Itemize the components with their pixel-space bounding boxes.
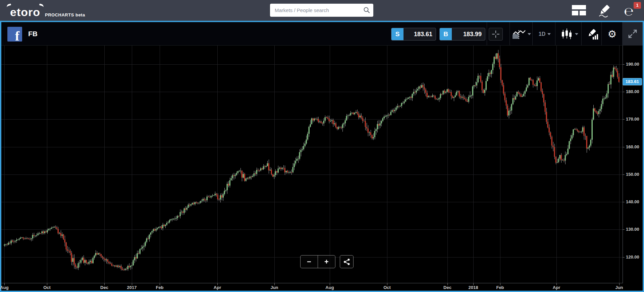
layout-grid-icon [572, 5, 586, 16]
date-tick-label: Apr [546, 285, 567, 290]
header-separator [509, 22, 510, 46]
share-icon [343, 258, 351, 266]
market-search-input[interactable] [275, 4, 359, 17]
zoom-controls: − + [300, 255, 335, 268]
chart-header: f FB S 183.61 B 183.99 [1, 22, 643, 46]
buy-price: 183.99 [452, 28, 485, 40]
sell-price: 183.61 [404, 28, 436, 40]
market-search [270, 4, 373, 17]
sell-label: S [391, 28, 404, 40]
price-tick-mark [623, 257, 625, 258]
chart-style-dropdown[interactable] [558, 28, 580, 41]
date-tick-label: Oct [37, 285, 57, 290]
etoro-logo[interactable]: etoro PROCHARTS beta [10, 3, 85, 19]
chart-compare-icon [513, 29, 526, 39]
price-tick-mark [623, 147, 625, 147]
price-tick-mark [623, 202, 625, 202]
draw-pencil-button[interactable] [597, 4, 613, 17]
price-tick-label: 170.00 [626, 117, 644, 122]
price-tick-mark [623, 119, 625, 120]
settings-button[interactable]: ⚙ [605, 28, 620, 41]
date-tick-label: Aug [0, 285, 14, 290]
search-icon [363, 7, 370, 13]
crosshair-button[interactable] [489, 28, 503, 41]
date-tick-label: Aug [320, 285, 340, 290]
chart-panel: f FB S 183.61 B 183.99 [0, 21, 644, 292]
top-navigation-bar: etoro PROCHARTS beta ℮ 1 [0, 0, 644, 21]
notification-badge[interactable]: 1 [634, 2, 641, 9]
header-separator [532, 22, 533, 46]
price-tick-label: 140.00 [626, 199, 644, 205]
candlestick-chart[interactable] [1, 46, 623, 283]
header-separator [581, 22, 582, 46]
price-tick-label: 180.00 [626, 89, 644, 94]
product-label: PROCHARTS beta [45, 12, 85, 19]
date-tick-label: Jun [609, 285, 629, 290]
price-tick-mark [623, 92, 625, 92]
layout-grid-button[interactable] [572, 4, 587, 17]
etoro-avatar-icon: ℮ [624, 5, 634, 18]
date-tick-label: 2018 [463, 285, 483, 290]
header-separator [601, 22, 602, 46]
date-tick-label: Feb [490, 285, 510, 290]
brush-icon [586, 29, 598, 40]
price-tick-label: 130.00 [626, 227, 644, 232]
price-tick-mark [623, 64, 625, 65]
symbol-label: FB [28, 22, 38, 46]
expand-icon [628, 29, 638, 39]
chevron-down-icon [528, 33, 531, 35]
expand-button[interactable] [622, 22, 643, 46]
price-tick-label: 160.00 [626, 144, 644, 150]
price-tick-mark [623, 174, 625, 175]
candlestick-icon [560, 28, 573, 40]
date-tick-label: Dec [94, 285, 114, 290]
date-tick-label: Dec [437, 285, 458, 290]
buy-button[interactable]: B 183.99 [439, 28, 485, 41]
pencil-icon [597, 4, 613, 17]
gear-icon: ⚙ [608, 29, 617, 39]
zoom-out-button[interactable]: − [301, 256, 318, 268]
interval-label: 1D [539, 31, 545, 37]
header-separator [487, 22, 487, 46]
interval-dropdown[interactable]: 1D [536, 28, 554, 41]
header-separator [555, 22, 555, 46]
date-axis [1, 283, 623, 283]
sell-button[interactable]: S 183.61 [391, 28, 436, 41]
price-tick-label: 150.00 [626, 172, 644, 177]
share-button[interactable] [340, 255, 354, 268]
price-tick-label: 120.00 [626, 254, 644, 260]
draw-tools-button[interactable] [585, 28, 599, 41]
price-tick-mark [623, 229, 625, 230]
date-tick-label: Apr [207, 285, 227, 290]
date-tick-label: 2017 [122, 285, 142, 290]
date-tick-label: Oct [377, 285, 397, 290]
current-price-badge: 183.61 [623, 78, 642, 85]
crosshair-icon [492, 30, 500, 38]
zoom-in-button[interactable]: + [318, 256, 335, 268]
facebook-icon: f [7, 27, 22, 42]
compare-charts-dropdown[interactable] [512, 28, 531, 41]
date-tick-label: Jun [264, 285, 284, 290]
date-tick-label: Feb [150, 285, 170, 290]
price-tick-label: 190.00 [626, 62, 644, 67]
bull-horn-icon [39, 4, 44, 9]
chevron-down-icon [547, 33, 551, 35]
buy-label: B [440, 28, 452, 40]
chevron-down-icon [575, 33, 578, 35]
